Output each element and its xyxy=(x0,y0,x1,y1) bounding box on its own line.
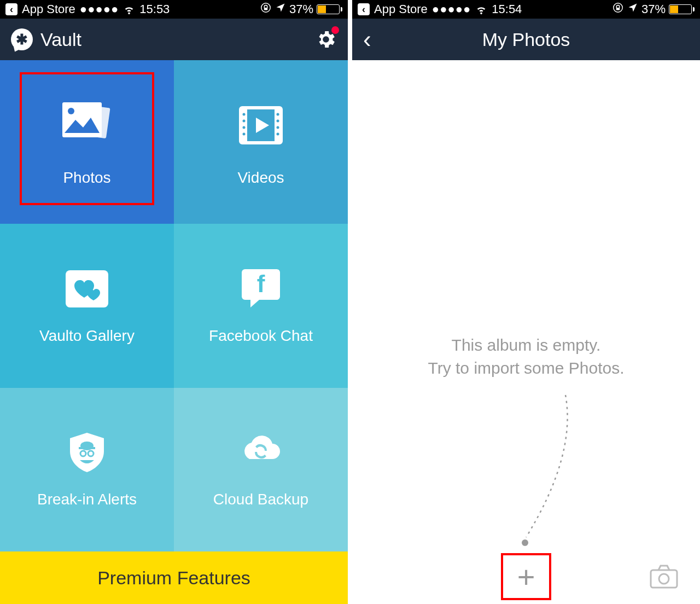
svg-point-4 xyxy=(68,108,74,114)
svg-point-15 xyxy=(277,132,279,135)
tile-label: Videos xyxy=(237,169,284,187)
camera-button[interactable] xyxy=(649,564,679,590)
battery-percent: 37% xyxy=(289,2,313,16)
signal-dots: ●●●●● xyxy=(432,2,471,16)
photos-header: ‹ My Photos xyxy=(352,19,700,60)
premium-features-button[interactable]: Premium Features xyxy=(0,551,348,604)
orientation-lock-icon xyxy=(612,2,624,17)
battery-percent: 37% xyxy=(641,2,666,16)
svg-rect-20 xyxy=(79,447,95,449)
shield-spy-icon xyxy=(63,431,110,474)
tile-facebook-chat[interactable]: f Facebook Chat xyxy=(174,224,348,387)
premium-label: Premium Features xyxy=(97,567,250,589)
right-screenshot: ‹ App Store ●●●●● 15:54 37% xyxy=(352,0,700,604)
header-title: Vault xyxy=(40,29,81,50)
svg-rect-25 xyxy=(651,570,677,588)
status-back-label[interactable]: App Store xyxy=(374,2,428,16)
empty-line-1: This album is empty. xyxy=(352,334,700,357)
empty-line-2: Try to import some Photos. xyxy=(352,357,700,380)
photos-icon xyxy=(57,98,117,153)
cloud-sync-icon xyxy=(237,431,284,474)
signal-dots: ●●●●● xyxy=(80,2,119,16)
header-title: My Photos xyxy=(482,29,570,50)
svg-point-14 xyxy=(277,126,279,129)
bottom-toolbar: + xyxy=(352,549,700,604)
left-screenshot: ‹ App Store ●●●●● 15:53 37% xyxy=(0,0,348,604)
hearts-icon xyxy=(63,267,110,311)
status-bar: ‹ App Store ●●●●● 15:54 37% xyxy=(352,0,700,19)
svg-rect-24 xyxy=(616,8,620,10)
svg-rect-1 xyxy=(264,8,267,10)
back-button[interactable]: ‹ xyxy=(363,26,371,53)
camera-icon xyxy=(649,564,679,590)
video-icon xyxy=(231,98,291,153)
app-header: ✱ Vault xyxy=(0,19,348,60)
location-nav-icon xyxy=(627,2,638,16)
svg-point-11 xyxy=(243,132,246,135)
svg-point-13 xyxy=(277,119,279,122)
tile-label: Break-in Alerts xyxy=(37,491,137,508)
svg-point-9 xyxy=(243,119,246,122)
hint-arrow-dot xyxy=(522,539,528,546)
tile-label: Facebook Chat xyxy=(209,327,313,345)
svg-point-12 xyxy=(277,113,279,115)
svg-point-10 xyxy=(243,126,246,129)
settings-button[interactable] xyxy=(315,28,337,50)
menu-grid: Photos Videos Vaulto Gallery f Facebook … xyxy=(0,60,348,551)
location-nav-icon xyxy=(275,2,286,16)
tile-cloud-backup[interactable]: Cloud Backup xyxy=(174,388,348,551)
svg-point-8 xyxy=(243,113,246,115)
tile-label: Cloud Backup xyxy=(213,491,308,508)
tile-label: Vaulto Gallery xyxy=(39,327,135,345)
svg-point-26 xyxy=(659,574,669,584)
svg-text:f: f xyxy=(257,270,265,297)
status-bar: ‹ App Store ●●●●● 15:53 37% xyxy=(0,0,348,19)
orientation-lock-icon xyxy=(260,2,272,17)
tile-label: Photos xyxy=(63,169,110,187)
status-back-label[interactable]: App Store xyxy=(22,2,75,16)
tile-videos[interactable]: Videos xyxy=(174,60,348,224)
battery-icon xyxy=(317,4,342,14)
wifi-icon xyxy=(123,3,135,15)
tile-break-in-alerts[interactable]: Break-in Alerts xyxy=(0,388,174,551)
hint-arrow-icon xyxy=(516,390,582,543)
photos-content: This album is empty. Try to import some … xyxy=(352,60,700,549)
facebook-icon: f xyxy=(237,267,284,311)
empty-album-message: This album is empty. Try to import some … xyxy=(352,334,700,380)
add-photos-button[interactable]: + xyxy=(510,560,542,593)
plus-icon: + xyxy=(517,559,535,595)
status-time: 15:54 xyxy=(492,2,522,16)
status-time: 15:53 xyxy=(139,2,170,16)
tile-vaulto-gallery[interactable]: Vaulto Gallery xyxy=(0,224,174,387)
wifi-icon xyxy=(475,3,487,15)
app-logo-icon: ✱ xyxy=(11,28,33,50)
back-to-appstore-icon[interactable]: ‹ xyxy=(5,3,18,15)
back-to-appstore-icon[interactable]: ‹ xyxy=(358,3,370,15)
settings-notification-badge xyxy=(331,26,339,34)
tile-photos[interactable]: Photos xyxy=(0,60,174,224)
battery-icon xyxy=(669,4,695,14)
